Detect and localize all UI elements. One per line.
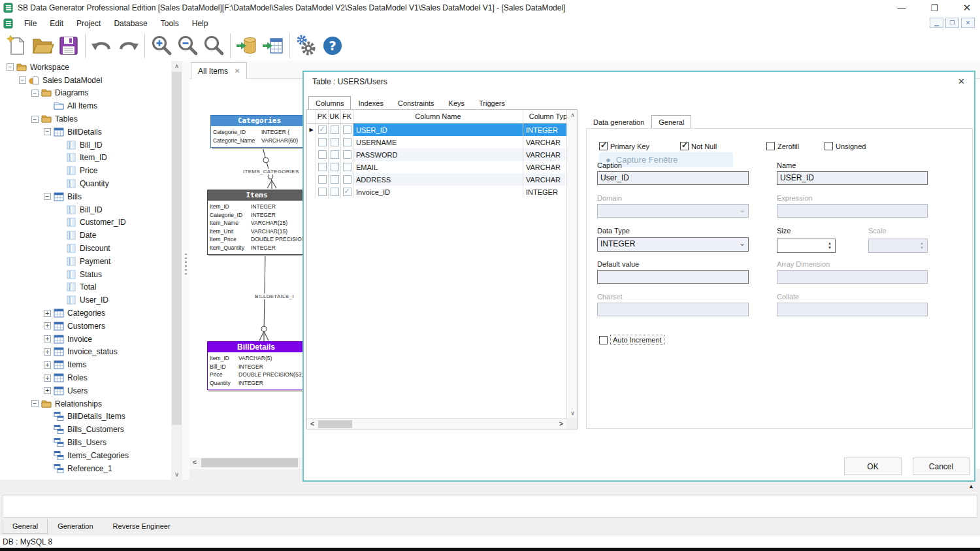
expand-icon[interactable]: + [44,322,51,329]
generate-table-button[interactable] [260,33,286,59]
tree-item-billdetails-items[interactable]: BillDetails_Items [0,410,171,424]
tree-item-bill-id[interactable]: Bill_ID [0,139,171,152]
mdi-close-icon[interactable]: ✕ [961,18,975,28]
column-name-cell[interactable]: USER_ID [353,124,523,136]
tree-item-items[interactable]: +Items [0,358,171,371]
uk-checkbox[interactable] [329,124,341,136]
expand-icon[interactable]: + [44,348,51,356]
scroll-right-icon[interactable]: > [556,419,566,429]
tree-item-users[interactable]: +Users [0,384,171,397]
tree-item-billdetails[interactable]: −BillDetails [0,125,171,139]
entity-billdetails[interactable]: BillDetails Item_IDVARCHAR(5)Bill_IDINTE… [207,341,305,390]
fk-checkbox[interactable] [341,148,353,161]
size-spinner[interactable]: ▲▼ [777,239,836,253]
tree-item-sales-datamodel[interactable]: −Sales DataModel [0,74,171,87]
column-name-cell[interactable]: ADDRESS [353,173,523,186]
uk-checkbox[interactable] [329,173,341,186]
scroll-left-icon[interactable]: < [189,458,200,468]
zoom-button[interactable] [201,33,227,59]
grid-row-address[interactable]: ADDRESSVARCHAR [307,173,577,186]
unchecked-icon[interactable] [825,142,833,150]
tree-item-tables[interactable]: −Tables [0,112,171,125]
dialog-tab-keys[interactable]: Keys [442,96,472,110]
menu-database[interactable]: Database [107,19,154,28]
tree-item-reference-1[interactable]: Reference_1 [0,462,171,475]
column-name-cell[interactable]: USERNAME [353,136,523,148]
pk-checkbox[interactable] [316,161,329,173]
tree-item-quantity[interactable]: Quantity [0,177,171,190]
tree-item-diagrams[interactable]: −Diagrams [0,87,171,100]
expand-icon[interactable]: + [44,387,51,394]
scroll-down-icon[interactable]: ∨ [567,408,578,418]
fk-checkbox[interactable] [341,136,353,148]
spinner-down-icon[interactable]: ▼ [826,246,834,250]
zoom-in-button[interactable] [148,33,174,59]
grid-row-username[interactable]: USERNAMEVARCHAR [307,136,577,148]
tree-item-all-items[interactable]: All Items [0,99,171,112]
tree-item-discount[interactable]: Discount [0,242,171,255]
cancel-button[interactable]: Cancel [913,458,970,475]
tree-item-workspace[interactable]: −Workspace [0,61,171,74]
collapse-icon[interactable]: − [31,400,39,407]
menu-edit[interactable]: Edit [43,19,70,28]
grid-row-password[interactable]: PASSWORDVARCHAR [307,148,577,161]
collapse-icon[interactable]: − [31,116,39,123]
help-button[interactable]: ? [319,33,346,59]
grid-horizontal-scrollbar[interactable]: < > [307,418,566,429]
spinner-up-icon[interactable]: ▲ [826,241,834,246]
collapse-panel-icon[interactable]: ▲ [968,483,974,490]
scroll-up-icon[interactable]: ∧ [567,110,578,120]
settings-button[interactable] [293,33,319,59]
tree-item-user-id[interactable]: User_ID [0,293,171,307]
checked-icon[interactable] [599,142,608,150]
grid-row-user-id[interactable]: ▶USER_IDINTEGER [307,124,577,136]
name-input[interactable]: USER_ID [777,171,928,185]
save-button[interactable] [56,33,82,59]
dialog-tab-columns[interactable]: Columns [308,96,351,110]
tab-all-items[interactable]: All Items ✕ [191,62,247,79]
default-value-input[interactable] [597,270,749,284]
column-name-cell[interactable]: EMAIL [353,161,523,173]
scroll-up-icon[interactable]: ∧ [171,61,182,71]
mdi-minimize-icon[interactable]: ▁ [930,18,943,28]
menu-help[interactable]: Help [186,19,215,28]
fk-checkbox[interactable] [341,186,353,198]
tree-item-customer-id[interactable]: Customer_ID [0,216,171,229]
fk-header[interactable]: FK [341,110,353,123]
column-name-cell[interactable]: Invoice_ID [353,186,523,198]
tree-item-status[interactable]: Status [0,268,171,281]
collapse-icon[interactable]: − [44,128,51,135]
panel-tab-data-generation[interactable]: Data generation [586,115,651,129]
pk-checkbox[interactable] [316,186,329,198]
maximize-icon[interactable]: ❐ [928,3,941,13]
expand-icon[interactable]: + [44,375,51,382]
expand-icon[interactable]: + [44,310,51,317]
grid-row-email[interactable]: EMAILVARCHAR [307,161,577,173]
diagram-horizontal-scrollbar[interactable]: < [189,458,304,468]
scrollbar-thumb[interactable] [318,420,352,428]
dialog-close-icon[interactable]: ✕ [958,76,965,86]
tree-item-roles[interactable]: +Roles [0,371,171,384]
checkbox-icon[interactable] [599,336,608,344]
tree-item-items-categories[interactable]: Items_Categories [0,449,171,462]
caption-input[interactable]: User_ID [597,171,749,185]
close-icon[interactable]: ✕ [960,2,973,14]
checkbox-unsigned[interactable]: Unsigned [825,142,866,150]
tree-scrollbar[interactable]: ∧ ∨ [171,61,182,480]
tree-item-invoice-status[interactable]: +Invoice_status [0,346,171,359]
collapse-icon[interactable]: − [44,193,51,200]
tree-item-invoice[interactable]: +Invoice [0,333,171,346]
fk-checkbox[interactable] [341,161,353,173]
menu-file[interactable]: File [18,19,43,28]
collapse-icon[interactable]: − [19,76,26,84]
scroll-left-icon[interactable]: < [307,419,318,429]
fk-checkbox[interactable] [341,173,353,186]
zoom-out-button[interactable] [174,33,201,59]
pk-checkbox[interactable] [316,173,329,186]
bottom-tab-general[interactable]: General [3,518,48,534]
scrollbar-thumb[interactable] [201,458,298,467]
checked-icon[interactable] [680,142,689,150]
tree-item-price[interactable]: Price [0,164,171,177]
dialog-tab-triggers[interactable]: Triggers [472,96,512,110]
pk-checkbox[interactable] [316,148,329,161]
